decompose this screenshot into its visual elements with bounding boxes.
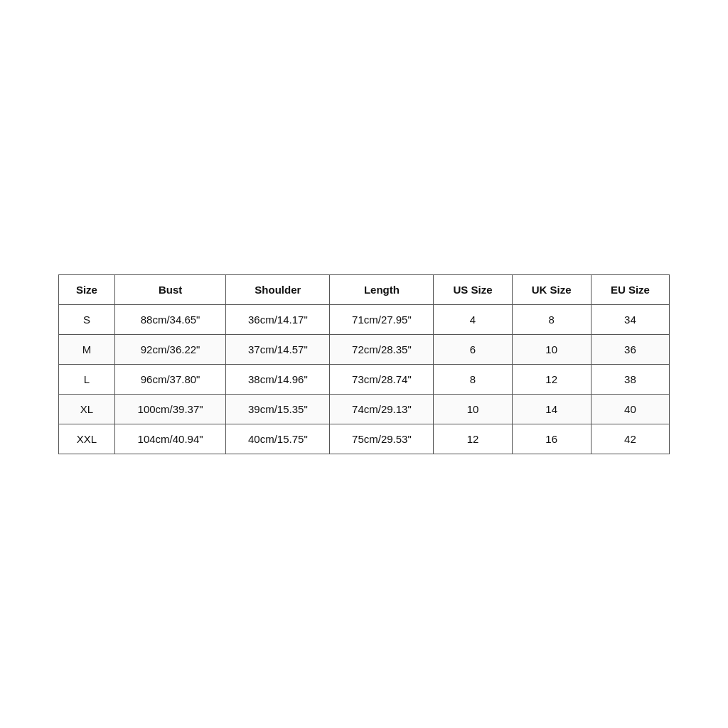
table-row: S88cm/34.65"36cm/14.17"71cm/27.95"4834 (59, 304, 670, 334)
shoulder-cell: 39cm/15.35" (226, 394, 330, 424)
col-header-shoulder: Shoulder (226, 274, 330, 304)
table-row: XXL104cm/40.94"40cm/15.75"75cm/29.53"121… (59, 424, 670, 454)
col-header-us-size: US Size (434, 274, 512, 304)
shoulder-cell: 40cm/15.75" (226, 424, 330, 454)
us-size-cell: 12 (434, 424, 512, 454)
eu-size-cell: 40 (591, 394, 669, 424)
col-header-bust: Bust (114, 274, 226, 304)
bust-cell: 92cm/36.22" (114, 334, 226, 364)
col-header-uk-size: UK Size (512, 274, 591, 304)
length-cell: 72cm/28.35" (330, 334, 434, 364)
length-cell: 75cm/29.53" (330, 424, 434, 454)
eu-size-cell: 38 (591, 364, 669, 394)
size-cell: L (59, 364, 115, 394)
col-header-eu-size: EU Size (591, 274, 669, 304)
shoulder-cell: 36cm/14.17" (226, 304, 330, 334)
bust-cell: 88cm/34.65" (114, 304, 226, 334)
length-cell: 74cm/29.13" (330, 394, 434, 424)
size-cell: M (59, 334, 115, 364)
eu-size-cell: 42 (591, 424, 669, 454)
eu-size-cell: 36 (591, 334, 669, 364)
uk-size-cell: 8 (512, 304, 591, 334)
table-row: M92cm/36.22"37cm/14.57"72cm/28.35"61036 (59, 334, 670, 364)
bust-cell: 96cm/37.80" (114, 364, 226, 394)
uk-size-cell: 16 (512, 424, 591, 454)
us-size-cell: 8 (434, 364, 512, 394)
us-size-cell: 10 (434, 394, 512, 424)
uk-size-cell: 10 (512, 334, 591, 364)
uk-size-cell: 14 (512, 394, 591, 424)
uk-size-cell: 12 (512, 364, 591, 394)
bust-cell: 104cm/40.94" (114, 424, 226, 454)
col-header-size: Size (59, 274, 115, 304)
bust-cell: 100cm/39.37" (114, 394, 226, 424)
length-cell: 71cm/27.95" (330, 304, 434, 334)
table-header-row: Size Bust Shoulder Length US Size UK Siz… (59, 274, 670, 304)
size-cell: S (59, 304, 115, 334)
size-chart-container: Size Bust Shoulder Length US Size UK Siz… (58, 274, 670, 454)
length-cell: 73cm/28.74" (330, 364, 434, 394)
size-cell: XXL (59, 424, 115, 454)
table-row: XL100cm/39.37"39cm/15.35"74cm/29.13"1014… (59, 394, 670, 424)
table-row: L96cm/37.80"38cm/14.96"73cm/28.74"81238 (59, 364, 670, 394)
col-header-length: Length (330, 274, 434, 304)
size-chart-table: Size Bust Shoulder Length US Size UK Siz… (58, 274, 670, 454)
shoulder-cell: 38cm/14.96" (226, 364, 330, 394)
us-size-cell: 4 (434, 304, 512, 334)
us-size-cell: 6 (434, 334, 512, 364)
size-cell: XL (59, 394, 115, 424)
shoulder-cell: 37cm/14.57" (226, 334, 330, 364)
eu-size-cell: 34 (591, 304, 669, 334)
